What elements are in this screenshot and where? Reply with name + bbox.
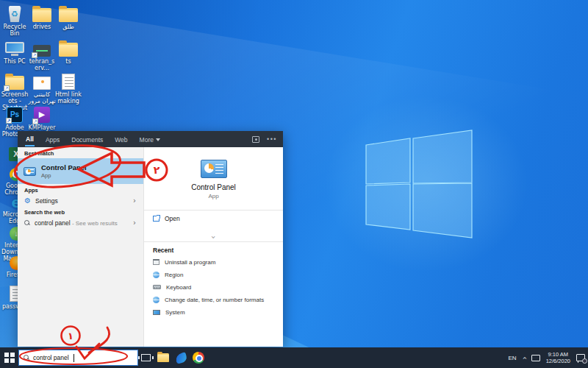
feedback-icon[interactable] — [252, 136, 259, 143]
control-panel-icon — [24, 167, 36, 176]
tab-all[interactable]: All — [25, 132, 35, 146]
settings-gear-icon: ⚙ — [24, 197, 31, 205]
desktop-icon-html-link[interactable]: Html link making — [54, 71, 82, 105]
clock-time: 9:10 AM — [546, 351, 570, 358]
globe-icon — [153, 297, 159, 303]
recent-uninstall-program[interactable]: Uninstall a program — [153, 257, 215, 267]
desktop-icon-tehran-shortcut[interactable]: ↗ tehran_serv... — [28, 38, 56, 71]
taskbar-search-box[interactable]: control panel — [18, 350, 138, 366]
result-web-search[interactable]: control panel - See web results › — [18, 216, 143, 229]
best-match-header: Best match — [18, 150, 143, 157]
chevron-right-icon: › — [133, 197, 136, 205]
recent-change-date-time[interactable]: Change date, time, or number formats — [153, 294, 264, 305]
notification-badge — [582, 358, 587, 364]
globe-icon — [153, 272, 159, 278]
app-window-icon — [153, 259, 159, 265]
result-preview-pane: Control Panel App Open › Recent Uninstal… — [143, 147, 283, 347]
app-window-icon — [33, 77, 51, 90]
icon-label: Recycle Bin — [1, 24, 29, 37]
chevron-down-icon — [156, 138, 160, 141]
search-tabs-bar: All Apps Documents Web More ••• — [18, 131, 283, 147]
chevron-right-icon: › — [133, 219, 136, 227]
recent-system[interactable]: System — [153, 307, 185, 317]
recycle-bin-icon: ♻ — [9, 6, 21, 22]
taskbar: control panel EN › 9:10 AM 12/6/2020 — [0, 347, 588, 368]
result-control-panel[interactable]: Control Panel App — [18, 158, 143, 184]
start-search-panel: All Apps Documents Web More ••• Best mat… — [18, 131, 283, 347]
folder-icon — [59, 43, 78, 57]
taskbar-clock[interactable]: 9:10 AM 12/6/2020 — [546, 351, 570, 364]
recent-header: Recent — [153, 247, 173, 254]
apps-header: Apps — [18, 187, 143, 194]
chevron-up-icon[interactable]: › — [520, 356, 528, 359]
clock-date: 12/6/2020 — [546, 358, 570, 364]
tray-tablet-icon[interactable] — [531, 355, 540, 361]
tab-more[interactable]: More — [139, 133, 161, 146]
search-the-web-header: Search the web — [18, 209, 143, 216]
preview-subtitle: App — [144, 193, 283, 199]
edge-taskbar-button[interactable] — [172, 347, 190, 368]
desktop-icon-this-pc[interactable]: This PC — [1, 38, 29, 65]
more-options-icon[interactable]: ••• — [267, 137, 277, 141]
search-icon — [24, 220, 30, 226]
search-icon — [24, 355, 29, 361]
keyboard-icon — [153, 285, 161, 289]
search-results-column: Best match Control Panel App Apps ⚙ Sett… — [18, 147, 143, 347]
system-monitor-icon — [153, 310, 160, 315]
kmplayer-icon: ▶↗ — [34, 107, 50, 123]
windows-logo-icon — [359, 124, 484, 249]
tab-documents[interactable]: Documents — [71, 133, 104, 146]
tab-apps[interactable]: Apps — [45, 133, 60, 146]
file-explorer-icon — [157, 353, 169, 362]
task-view-button[interactable] — [137, 347, 154, 368]
result-subtitle: App — [41, 172, 87, 179]
folder-icon — [32, 8, 51, 22]
open-icon — [153, 216, 159, 222]
desktop-icon-drives[interactable]: drives — [28, 3, 56, 30]
chrome-taskbar-button[interactable] — [190, 347, 207, 368]
recent-region[interactable]: Region — [153, 269, 183, 280]
text-document-icon — [62, 74, 75, 90]
network-shortcut-icon: ↗ — [33, 45, 51, 57]
system-tray: EN › 9:10 AM 12/6/2020 — [509, 347, 586, 368]
tab-web[interactable]: Web — [114, 133, 128, 146]
photoshop-icon: Ps↗ — [7, 107, 23, 123]
text-caret — [74, 354, 74, 362]
result-title: Control Panel — [41, 163, 87, 171]
result-settings[interactable]: ⚙ Settings › — [18, 194, 143, 207]
chrome-icon — [193, 352, 204, 364]
start-button[interactable] — [0, 347, 19, 368]
folder-shortcut-icon: ↗ — [5, 76, 24, 90]
desktop-icon-arabic-app[interactable]: كابيتني تهران مرور — [28, 71, 56, 105]
windows-start-icon — [4, 353, 15, 363]
this-pc-icon — [5, 42, 24, 57]
preview-title: Control Panel — [144, 183, 283, 191]
desktop-icon-arabic-folder[interactable]: طلق — [54, 3, 82, 30]
folder-icon — [59, 8, 78, 22]
file-explorer-button[interactable] — [154, 347, 172, 368]
desktop-icon-recycle-bin[interactable]: ♻ Recycle Bin — [1, 3, 29, 37]
edge-icon — [174, 352, 187, 364]
task-view-icon — [141, 354, 151, 361]
control-panel-icon-large — [201, 160, 227, 178]
action-center-icon[interactable] — [576, 354, 585, 361]
language-indicator[interactable]: EN — [509, 355, 517, 361]
desktop-icon-ts-folder[interactable]: ts — [54, 38, 82, 65]
recent-keyboard[interactable]: Keyboard — [153, 282, 191, 292]
search-input-value: control panel — [33, 354, 69, 361]
open-action[interactable]: Open — [153, 215, 180, 222]
